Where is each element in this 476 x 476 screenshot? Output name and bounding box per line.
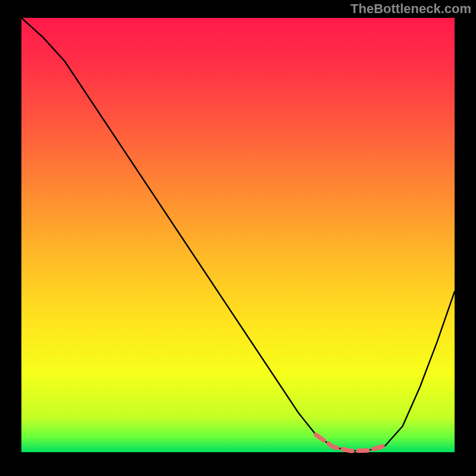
- bottleneck-chart: [0, 0, 476, 476]
- chart-container: { "watermark": "TheBottleneck.com", "cha…: [0, 0, 476, 476]
- watermark-text: TheBottleneck.com: [350, 1, 471, 17]
- plot-background: [21, 18, 455, 452]
